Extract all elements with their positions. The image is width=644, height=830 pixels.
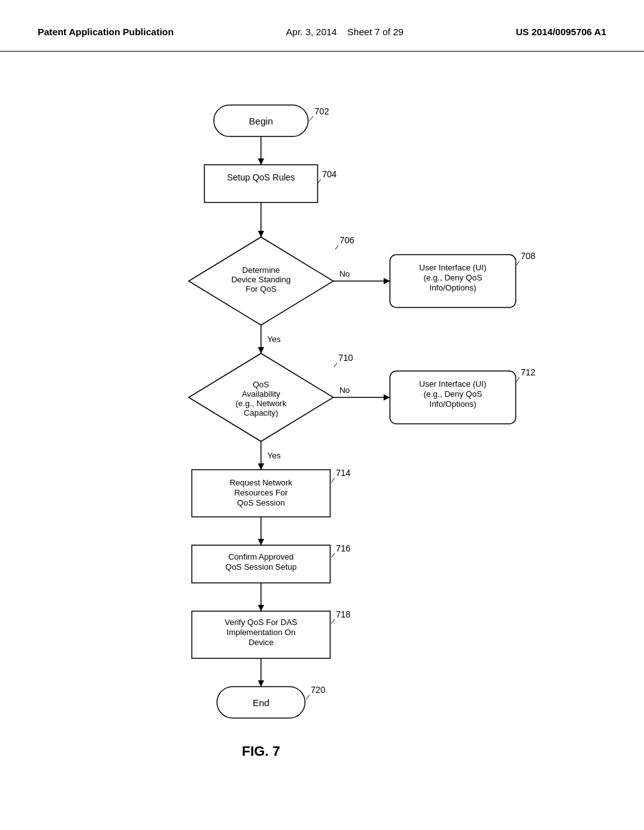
node-712-label3: Info/Options) [430,399,476,409]
sheet-info: Sheet 7 of 29 [347,26,403,37]
svg-marker-7 [258,231,264,237]
node-710-label4: Capacity) [244,408,279,418]
node-710-label2: Availability [242,389,280,399]
svg-line-13 [516,261,519,265]
publication-date: Apr. 3, 2014 [286,26,337,37]
node-702-label: Begin [249,116,273,126]
label-716: 716 [336,543,351,553]
date-sheet: Apr. 3, 2014 Sheet 7 of 29 [286,25,404,38]
svg-line-29 [331,553,335,558]
svg-marker-3 [258,158,264,165]
svg-line-17 [334,363,337,367]
node-708-label3: Info/Options) [430,283,476,292]
svg-line-37 [306,695,309,699]
label-714: 714 [336,468,351,478]
svg-line-9 [335,245,338,250]
node-718-label2: Implementation On [226,628,296,637]
node-706-label3: For QoS [245,284,276,294]
yes-label-710: Yes [267,451,281,460]
node-714-label1: Request Network [230,478,292,487]
node-712-label1: User Interface (UI) [419,379,487,389]
node-716-label1: Confirm Approved [228,552,294,562]
svg-line-21 [516,377,519,382]
label-704: 704 [322,169,337,179]
node-720-label: End [253,697,270,708]
page-header: Patent Application Publication Apr. 3, 2… [0,0,644,52]
yes-label-706: Yes [267,335,281,344]
svg-rect-4 [204,165,318,202]
node-718-label1: Verify QoS For DAS [225,617,297,627]
svg-line-25 [331,478,335,482]
svg-marker-23 [258,463,264,470]
node-716-label2: QoS Session Setup [225,562,296,572]
label-712: 712 [521,367,536,377]
node-710-label3: (e.g., Network [236,399,287,408]
node-706-label: Determine [242,265,280,275]
node-712-label2: (e.g., Deny QoS [423,389,482,399]
node-708-label1: User Interface (UI) [419,263,487,272]
publication-label: Patent Application Publication [38,25,174,38]
svg-marker-27 [258,539,264,545]
label-702: 702 [314,106,330,116]
flowchart-area: Begin 702 Setup QoS Rules 704 Determine … [0,52,644,794]
svg-marker-35 [258,680,264,687]
label-706: 706 [340,235,355,245]
node-714-label2: Resources For [234,488,288,497]
node-718-label3: Device [248,638,274,647]
node-704-label: Setup QoS Rules [227,172,295,182]
label-720: 720 [311,685,326,695]
svg-line-33 [331,619,335,624]
svg-line-1 [309,116,313,121]
label-710: 710 [338,353,353,363]
patent-number: US 2014/0095706 A1 [516,25,606,38]
svg-marker-15 [258,347,264,353]
node-710-label1: QoS [253,380,269,389]
svg-marker-19 [384,394,390,401]
node-714-label3: QoS Session [237,498,285,507]
no-label-710: No [340,385,350,395]
node-706-label2: Device Standing [231,275,291,284]
figure-title: FIG. 7 [242,743,280,759]
page: Patent Application Publication Apr. 3, 2… [0,0,644,830]
node-708-label2: (e.g., Deny QoS [423,273,482,282]
flowchart-svg: Begin 702 Setup QoS Rules 704 Determine … [0,52,644,794]
label-718: 718 [336,609,351,619]
svg-marker-11 [384,278,390,284]
no-label-706: No [340,269,350,279]
label-708: 708 [521,251,536,261]
svg-marker-31 [258,605,264,611]
